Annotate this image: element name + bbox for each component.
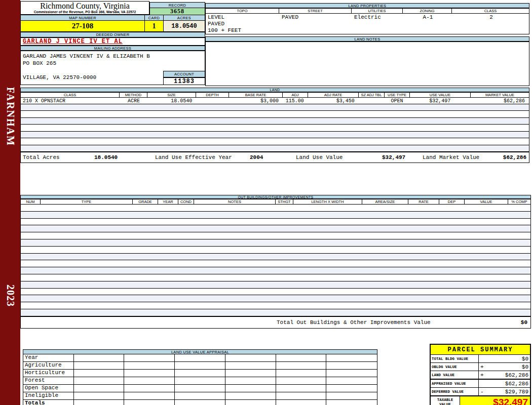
parcel-summary-row-label: OBLDG VALUE [431, 363, 479, 371]
land-use-appraisal-cell [276, 354, 327, 361]
account-value: 11383 [163, 77, 205, 85]
land-table-title: LAND [20, 88, 529, 92]
land-properties-column-header: ZONING [403, 8, 452, 14]
account-label: ACCOUNT [163, 71, 205, 77]
land-empty-row [20, 111, 529, 117]
out-buildings-column-header: % COMP [508, 199, 531, 205]
parcel-summary-operator: + [480, 364, 487, 370]
effective-year-value: 2004 [250, 154, 263, 160]
land-use-appraisal-cell [175, 392, 225, 399]
land-use-appraisal-cell [326, 370, 377, 377]
land-use-appraisal-cell [175, 400, 225, 405]
land-use-appraisal-cell [124, 385, 175, 392]
land-use-appraisal-row: Totals [23, 400, 377, 405]
land-cell: $3,000 [229, 98, 283, 104]
acres-value: 18.0540 [163, 20, 205, 32]
land-use-appraisal-row: Horticulture [23, 370, 377, 377]
land-use-appraisal-cell [276, 362, 327, 369]
land-column-header: USE TYPE [385, 92, 410, 98]
mailing-address-line: GARLAND JAMES VINCENT IV & ELIZABETH B [23, 53, 205, 60]
land-use-appraisal-cell [225, 354, 276, 361]
land-cell: 18.0540 [147, 98, 196, 104]
land-properties-title: LAND PROPERTIES [205, 3, 529, 8]
out-buildings-empty-row [20, 274, 531, 281]
out-buildings-empty-row [20, 295, 531, 302]
land-cell: OPEN [385, 98, 410, 104]
commissioner-line: Commissioner of the Revenue, PO Box 366,… [21, 10, 149, 14]
sidebar: FARNHAM 2023 [0, 0, 20, 405]
land-cell: $62,286 [470, 98, 529, 104]
land-use-appraisal-cell [225, 392, 276, 399]
land-cell: ACRE [120, 98, 148, 104]
land-properties-value: A-1 [403, 14, 452, 21]
land-properties-column-header: TOPO [205, 8, 279, 14]
total-acres-value: 18.0540 [94, 154, 118, 160]
land-use-value: $32,497 [382, 154, 405, 160]
out-buildings-total-row: Total Out Buildings & Other Improvements… [20, 316, 531, 329]
out-buildings-empty-row [20, 205, 531, 212]
out-buildings-total-label: Total Out Buildings & Other Improvements… [277, 319, 431, 326]
land-column-header: USE VALUE [410, 92, 471, 98]
land-notes-body [205, 42, 529, 86]
land-column-header: SIZE [147, 92, 196, 98]
out-buildings-empty-row [20, 302, 531, 309]
taxable-value-label: TAXABLE VALUE [431, 396, 460, 405]
land-cell: $3,450 [308, 98, 359, 104]
land-properties-value: 2 [452, 14, 530, 21]
land-column-header: ADJ [283, 92, 308, 98]
out-buildings-column-header: GRADE [133, 199, 158, 205]
parcel-summary-row: APPRAISED VALUE$62,286 [431, 380, 530, 388]
land-market-value: $62,286 [503, 154, 526, 160]
land-use-appraisal-cell [276, 400, 327, 405]
card-value: 1 [144, 20, 164, 32]
land-use-appraisal-cell [124, 400, 175, 405]
land-empty-row [20, 138, 529, 145]
land-use-appraisal-row-label: Year [23, 354, 74, 361]
land-use-appraisal-row-label: Ineligible [23, 392, 74, 399]
land-cell [196, 98, 229, 104]
deeded-owner-value: GARLAND J VINCE IV ET AL [20, 37, 205, 46]
land-use-appraisal-cell [225, 370, 276, 377]
out-buildings-column-header: LENGTH X WIDTH [293, 199, 362, 205]
land-use-appraisal-row-label: Forest [23, 377, 74, 384]
out-buildings-title: OUT BUILDINGS/OTHER IMPROVEMENTS [20, 195, 531, 199]
land-use-appraisal-cell [124, 377, 175, 384]
out-buildings-empty-row [20, 267, 531, 274]
land-column-header: SZ ADJ TBL [359, 92, 385, 98]
total-acres-label: Total Acres [23, 154, 60, 160]
parcel-summary-row-value: -$29,789 [479, 388, 530, 395]
land-use-appraisal-row: Agriculture [23, 362, 377, 370]
out-buildings-total-value: $0 [521, 319, 527, 326]
parcel-summary-row-label: DEFERRED VALUE [431, 388, 479, 395]
parcel-summary-row-value: $0 [479, 355, 530, 362]
parcel-summary-row: LAND VALUE+$62,286 [431, 371, 530, 380]
land-use-appraisal-rows: YearAgricultureHorticultureForestOpen Sp… [23, 354, 377, 405]
taxable-value-row: TAXABLE VALUE $32,497 [431, 396, 530, 405]
record-value: 3658 [149, 8, 205, 15]
out-buildings-column-header: STHGT [276, 199, 293, 205]
land-properties-value: Electric [354, 14, 405, 21]
land-use-appraisal-row-label: Open Space [23, 385, 74, 392]
parcel-summary-row: DEFERRED VALUE-$29,789 [431, 388, 530, 396]
tax-year-label: 2023 [5, 285, 16, 307]
parcel-summary-amount: $0 [487, 364, 528, 370]
land-table-totals-row: Total Acres 18.0540 Land Use Effective Y… [20, 152, 529, 163]
out-buildings-header-row: NUMTYPEGRADEYEARCONDNOTESSTHGTLENGTH X W… [20, 199, 531, 205]
land-use-appraisal-cell [276, 385, 327, 392]
deeded-owner-label: DEEDED OWNER [20, 32, 205, 37]
land-empty-row [20, 145, 529, 152]
out-buildings-empty-row [20, 212, 531, 219]
land-cell [359, 98, 385, 104]
mailing-address-label: MAILING ADDRESS [20, 46, 205, 51]
out-buildings-column-header: RATE [408, 199, 439, 205]
land-properties-header-row: TOPOSTREETUTILITIESZONINGCLASS [205, 8, 529, 14]
out-buildings-empty-row [20, 281, 531, 289]
land-use-appraisal-row-label: Totals [23, 400, 74, 405]
land-use-appraisal-cell [124, 370, 175, 377]
out-buildings-empty-row [20, 247, 531, 254]
parcel-summary-amount: $0 [487, 356, 528, 362]
parcel-summary-row-value: +$62,286 [479, 371, 530, 379]
out-buildings-column-header: TYPE [41, 199, 133, 205]
property-record-card: FARNHAM 2023 Richmond County, Virginia C… [0, 0, 532, 405]
land-properties-column-header: STREET [279, 8, 352, 14]
